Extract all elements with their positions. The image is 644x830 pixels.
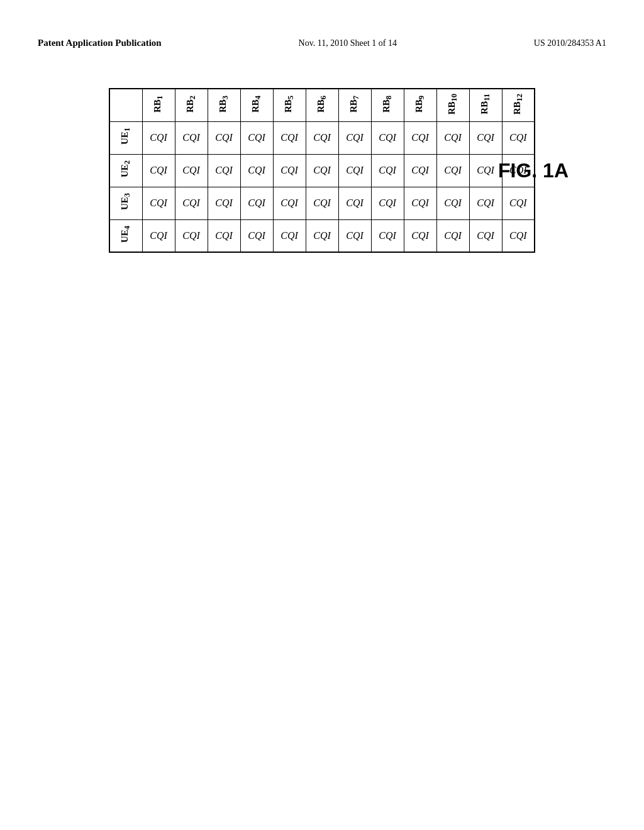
table-row: UE3CQICQICQICQICQICQICQICQICQICQICQICQI <box>109 187 535 219</box>
corner-cell <box>109 89 142 121</box>
cqi-cell: CQI <box>208 121 240 154</box>
cqi-cell: CQI <box>338 121 371 154</box>
rb-header-4: RB4 <box>240 89 273 121</box>
rb-header-8: RB8 <box>371 89 404 121</box>
cqi-cell: CQI <box>371 219 404 252</box>
table-row: UE2CQICQICQICQICQICQICQICQICQICQICQICQI <box>109 154 535 187</box>
cqi-cell: CQI <box>273 187 306 219</box>
rb-header-7: RB7 <box>338 89 371 121</box>
cqi-cell: CQI <box>175 187 208 219</box>
ue-label-3: UE3 <box>109 187 142 219</box>
ue-label-2: UE2 <box>109 154 142 187</box>
cqi-cell: CQI <box>338 154 371 187</box>
table-row: UE4CQICQICQICQICQICQICQICQICQICQICQICQI <box>109 219 535 252</box>
cqi-cell: CQI <box>273 121 306 154</box>
rb-header-11: RB11 <box>469 89 502 121</box>
rb-header-12: RB12 <box>502 89 535 121</box>
cqi-cell: CQI <box>338 187 371 219</box>
ue-label-4: UE4 <box>109 219 142 252</box>
cqi-cell: CQI <box>371 121 404 154</box>
cqi-cell: CQI <box>502 219 535 252</box>
rb-header-1: RB1 <box>142 89 175 121</box>
cqi-cell: CQI <box>469 187 502 219</box>
cqi-cell: CQI <box>436 154 469 187</box>
cqi-cell: CQI <box>338 219 371 252</box>
main-content: RB1RB2RB3RB4RB5RB6RB7RB8RB9RB10RB11RB12U… <box>0 88 644 253</box>
cqi-cell: CQI <box>142 154 175 187</box>
cqi-cell: CQI <box>371 154 404 187</box>
cqi-cell: CQI <box>240 121 273 154</box>
cqi-cell: CQI <box>208 154 240 187</box>
cqi-table: RB1RB2RB3RB4RB5RB6RB7RB8RB9RB10RB11RB12U… <box>109 88 535 253</box>
cqi-cell: CQI <box>306 154 338 187</box>
cqi-cell: CQI <box>175 219 208 252</box>
rb-header-5: RB5 <box>273 89 306 121</box>
cqi-cell: CQI <box>306 187 338 219</box>
cqi-cell: CQI <box>240 219 273 252</box>
cqi-cell: CQI <box>208 219 240 252</box>
cqi-cell: CQI <box>208 187 240 219</box>
rb-header-10: RB10 <box>436 89 469 121</box>
cqi-cell: CQI <box>175 154 208 187</box>
cqi-cell: CQI <box>404 219 436 252</box>
figure-label: FIG. 1A <box>498 159 569 182</box>
cqi-cell: CQI <box>436 219 469 252</box>
cqi-cell: CQI <box>240 154 273 187</box>
cqi-cell: CQI <box>469 219 502 252</box>
cqi-cell: CQI <box>404 121 436 154</box>
rb-header-2: RB2 <box>175 89 208 121</box>
cqi-cell: CQI <box>404 187 436 219</box>
cqi-cell: CQI <box>273 154 306 187</box>
cqi-cell: CQI <box>436 121 469 154</box>
rb-header-9: RB9 <box>404 89 436 121</box>
cqi-cell: CQI <box>142 187 175 219</box>
table-row: UE1CQICQICQICQICQICQICQICQICQICQICQICQI <box>109 121 535 154</box>
rb-header-6: RB6 <box>306 89 338 121</box>
cqi-cell: CQI <box>142 219 175 252</box>
cqi-cell: CQI <box>469 154 502 187</box>
table-wrapper: RB1RB2RB3RB4RB5RB6RB7RB8RB9RB10RB11RB12U… <box>109 88 535 253</box>
publication-label: Patent Application Publication <box>38 38 162 48</box>
cqi-cell: CQI <box>273 219 306 252</box>
cqi-cell: CQI <box>306 219 338 252</box>
cqi-cell: CQI <box>404 154 436 187</box>
patent-number-label: US 2010/284353 A1 <box>534 38 606 48</box>
rb-header-3: RB3 <box>208 89 240 121</box>
cqi-cell: CQI <box>502 187 535 219</box>
cqi-cell: CQI <box>469 121 502 154</box>
cqi-cell: CQI <box>436 187 469 219</box>
cqi-cell: CQI <box>371 187 404 219</box>
cqi-cell: CQI <box>175 121 208 154</box>
ue-label-1: UE1 <box>109 121 142 154</box>
cqi-cell: CQI <box>502 121 535 154</box>
cqi-cell: CQI <box>306 121 338 154</box>
cqi-cell: CQI <box>142 121 175 154</box>
page-header: Patent Application Publication Nov. 11, … <box>0 38 644 48</box>
cqi-cell: CQI <box>240 187 273 219</box>
date-sheet-label: Nov. 11, 2010 Sheet 1 of 14 <box>299 38 397 48</box>
